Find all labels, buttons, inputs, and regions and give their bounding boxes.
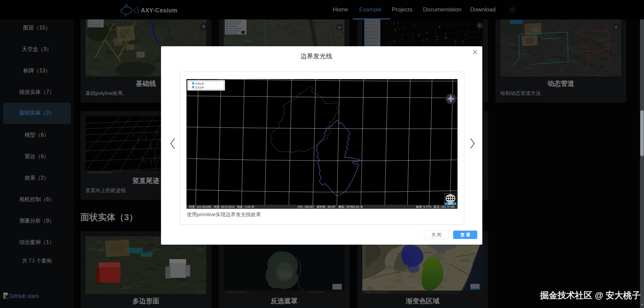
svg-text:北京边界: 北京边界 [195,86,204,89]
svg-text:经度: 115.451083 纬度: 40.574224: 经度: 115.451083 纬度: 40.574224 海拔: -2.64 米 [189,205,255,208]
svg-text:天津边界: 天津边界 [195,82,204,85]
svg-text:N: N [450,94,451,96]
svg-text:帧率: 5 FPS 延迟: 104.70 MS: 帧率: 5 FPS 延迟: 104.70 MS [416,205,455,208]
svg-text:方向: 360.00° 俯仰角: -90.00° 椭: 方向: 360.00° 俯仰角: -90.00° 椭高: 787853.63 米 [297,205,363,208]
